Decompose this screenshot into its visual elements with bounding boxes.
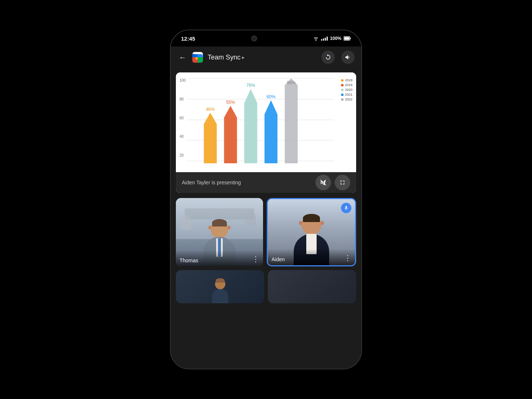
thomas-more-button[interactable]: ⋮ (252, 255, 259, 263)
meet-logo (191, 51, 204, 64)
participant-thumb-thomas[interactable]: Thomas ⋮ (176, 198, 263, 266)
aiden-label-bar: Aiden ⋮ (268, 249, 355, 265)
legend-item-2020: 2020 (341, 88, 352, 92)
speaking-indicator (341, 203, 351, 213)
refresh-button[interactable] (321, 51, 335, 64)
mute-pointer-icon (320, 179, 327, 186)
svg-marker-8 (244, 89, 257, 163)
header-title: Team Sync ▸ (208, 54, 318, 61)
mute-pointer-button[interactable] (316, 175, 331, 190)
thomas-name: Thomas (180, 258, 198, 263)
header-actions (321, 51, 355, 64)
participant-thumb-extra2[interactable] (268, 270, 356, 303)
video-grid: Thomas ⋮ (171, 193, 361, 270)
fullscreen-icon (339, 179, 346, 186)
svg-rect-2 (350, 38, 351, 39)
svg-rect-1 (344, 37, 349, 40)
svg-marker-10 (265, 100, 277, 163)
bar-chart-svg: 46% 55% 76% 60% (187, 78, 334, 163)
status-right: 100% (313, 36, 351, 41)
svg-text:96%: 96% (287, 80, 296, 85)
volume-icon (345, 54, 351, 61)
battery-indicator: 100% (330, 36, 341, 41)
legend-item-2019: 2019 (341, 83, 352, 87)
extra2-bg (268, 270, 356, 303)
svg-text:76%: 76% (246, 83, 255, 88)
legend-item-2021: 2021 (341, 93, 352, 96)
mic-icon (344, 205, 349, 211)
participant-thumb-aiden[interactable]: Aiden ⋮ (267, 198, 356, 266)
battery-icon (344, 36, 351, 41)
main-content: 100 80 60 40 20 2018 (171, 68, 361, 369)
thomas-label-bar: Thomas ⋮ (176, 250, 263, 266)
participant-thumb-extra1[interactable] (176, 270, 264, 303)
svg-text:60%: 60% (266, 94, 275, 99)
chart-container: 100 80 60 40 20 2018 (176, 72, 356, 172)
chart-legend: 2018 2019 2020 2021 (341, 78, 352, 101)
presenter-text: Aiden Tayler is presenting (182, 180, 312, 185)
status-bar: 12:45 100% (171, 30, 361, 47)
extra1-bg (176, 270, 264, 303)
svg-point-3 (329, 55, 330, 56)
aiden-name: Aiden (272, 256, 285, 262)
video-grid-bottom (171, 270, 361, 308)
signal-icon (321, 36, 328, 41)
aiden-more-button[interactable]: ⋮ (344, 254, 351, 262)
camera-notch (251, 35, 257, 41)
title-chevron: ▸ (242, 54, 245, 60)
svg-text:46%: 46% (206, 107, 215, 112)
legend-item-2022: 2022 (341, 98, 352, 101)
wifi-icon (313, 36, 319, 41)
phone-screen: 12:45 100% (171, 30, 361, 369)
app-header: ← Team Sync ▸ (171, 47, 361, 68)
status-time: 12:45 (181, 35, 195, 42)
volume-button[interactable] (341, 51, 355, 64)
phone-device: 12:45 100% (170, 30, 362, 369)
back-button[interactable]: ← (177, 52, 188, 63)
meeting-title: Team Sync (208, 54, 241, 61)
legend-item-2018: 2018 (341, 78, 352, 82)
svg-marker-6 (224, 106, 237, 163)
svg-marker-12 (285, 78, 298, 163)
presenter-bar: Aiden Tayler is presenting (176, 172, 356, 193)
svg-marker-4 (204, 113, 217, 163)
presentation-area: 100 80 60 40 20 2018 (176, 72, 356, 193)
refresh-icon (325, 54, 331, 61)
svg-text:55%: 55% (226, 100, 235, 105)
chart-y-labels: 100 80 60 40 20 (180, 78, 186, 157)
fullscreen-button[interactable] (335, 175, 350, 190)
